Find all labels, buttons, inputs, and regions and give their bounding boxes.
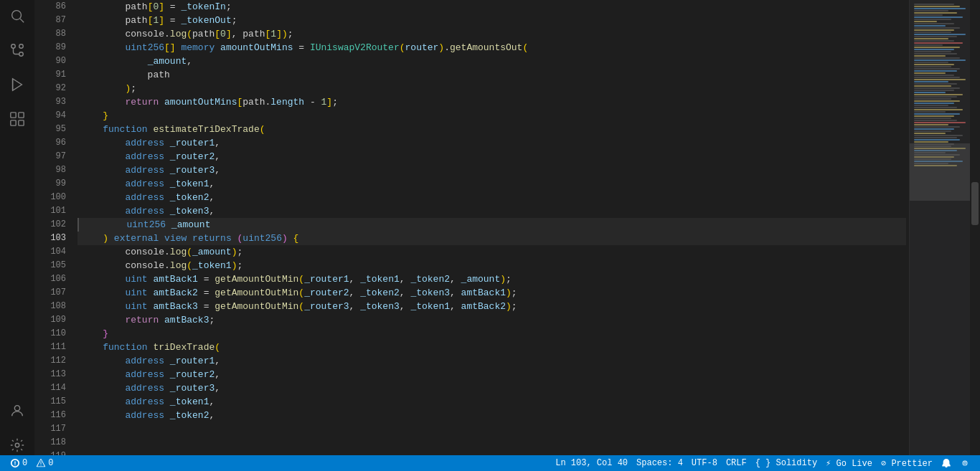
error-count[interactable]: 0: [6, 458, 32, 468]
code-line-112: }: [77, 327, 906, 341]
warning-count-label: 0: [48, 458, 53, 468]
cursor-position[interactable]: Ln 103, Col 40: [551, 458, 632, 468]
code-line-100: address _token1,: [77, 177, 906, 191]
svg-point-4: [19, 44, 24, 49]
code-editor[interactable]: 86 87 88 89 90 91 92 93 94 95 96 97 98 9…: [34, 0, 980, 455]
go-live-label: ⚡ Go Live: [826, 458, 872, 469]
code-line-115: address _router1,: [77, 354, 906, 368]
warning-icon: [36, 458, 46, 468]
notifications-icon[interactable]: [937, 458, 956, 468]
svg-point-2: [11, 44, 16, 49]
svg-point-12: [15, 443, 19, 447]
error-count-label: 0: [22, 458, 27, 468]
indentation[interactable]: Spaces: 4: [632, 458, 687, 468]
activity-bar: [0, 0, 34, 455]
code-line-94: }: [77, 109, 906, 123]
search-icon[interactable]: [7, 6, 27, 26]
settings-icon[interactable]: [7, 435, 27, 455]
svg-rect-10: [19, 120, 24, 125]
code-line-105: console.log(_amount);: [77, 245, 906, 259]
account-icon[interactable]: [7, 401, 27, 421]
svg-point-11: [14, 406, 19, 411]
editor-container: 86 87 88 89 90 91 92 93 94 95 96 97 98 9…: [0, 0, 980, 455]
go-live-button[interactable]: ⚡ Go Live: [821, 458, 877, 469]
code-line-104: ) external view returns (uint256) {: [77, 232, 906, 245]
code-line-117: address _router3,: [77, 381, 906, 395]
encoding[interactable]: UTF-8: [687, 458, 722, 468]
indentation-label: Spaces: 4: [636, 458, 683, 468]
svg-rect-9: [11, 120, 16, 125]
broadcast-icon[interactable]: [956, 458, 974, 468]
code-line-88: console.log(path[0], path[1]);: [77, 27, 906, 41]
line-ending-label: CRLF: [726, 458, 747, 468]
run-debug-icon[interactable]: [7, 75, 27, 95]
svg-line-1: [20, 19, 24, 22]
code-line-106: console.log(_token1);: [77, 259, 906, 272]
code-line-110: uint amtBack3 = getAmountOutMin(_router3…: [77, 300, 906, 313]
code-line-98: address _router2,: [77, 150, 906, 163]
scrollbar-thumb[interactable]: [971, 182, 979, 225]
code-line-101: address _token2,: [77, 191, 906, 204]
code-line-90: _amount,: [77, 54, 906, 68]
code-line-92: );: [77, 82, 906, 95]
svg-rect-7: [11, 113, 16, 118]
svg-rect-8: [19, 113, 24, 118]
code-line-107: uint amtBack1 = getAmountOutMin(_router1…: [77, 272, 906, 286]
extensions-icon[interactable]: [7, 109, 27, 129]
code-line-116: address _router2,: [77, 368, 906, 381]
code-line-96: function estimateTriDexTrade(: [77, 123, 906, 136]
code-content[interactable]: path[0] = _tokenIn; path[1] = _tokenOut;…: [77, 0, 909, 455]
code-line-109: uint amtBack2 = getAmountOutMin(_router2…: [77, 286, 906, 300]
code-line-119: address _token2,: [77, 409, 906, 422]
prettier-button[interactable]: ⊘ Prettier: [877, 458, 937, 469]
error-icon: [10, 458, 20, 468]
language-mode[interactable]: { } Solidity: [751, 458, 821, 468]
svg-marker-5: [13, 79, 22, 91]
cursor-position-label: Ln 103, Col 40: [555, 458, 628, 468]
svg-point-0: [12, 11, 22, 20]
code-line-118: address _token1,: [77, 395, 906, 409]
code-line-86: path[0] = _tokenIn;: [77, 0, 906, 14]
code-line-87: path[1] = _tokenOut;: [77, 14, 906, 27]
status-bar: 0 0 Ln 103, Col 40 Spaces: 4 UTF-8 CRLF …: [0, 455, 980, 471]
minimap-canvas: [910, 0, 970, 455]
vertical-scrollbar[interactable]: [970, 0, 980, 455]
svg-point-3: [19, 52, 24, 57]
code-line-93: return amountOutMins[path.length - 1];: [77, 95, 906, 109]
line-numbers: 86 87 88 89 90 91 92 93 94 95 96 97 98 9…: [34, 0, 77, 455]
code-line-99: address _router3,: [77, 163, 906, 177]
source-control-icon[interactable]: [7, 40, 27, 60]
code-line-91: path: [77, 68, 906, 82]
code-line-89: uint256[] memory amountOutMins = IUniswa…: [77, 41, 906, 54]
code-line-97: address _router1,: [77, 136, 906, 150]
warning-count[interactable]: 0: [32, 458, 57, 468]
minimap[interactable]: [909, 0, 970, 455]
code-line-114: function triDexTrade(: [77, 341, 906, 354]
line-ending[interactable]: CRLF: [722, 458, 751, 468]
code-line-102: address _token3,: [77, 204, 906, 218]
code-line-111: return amtBack3;: [77, 313, 906, 327]
minimap-viewport-indicator: [910, 143, 970, 201]
prettier-label: ⊘ Prettier: [881, 458, 933, 469]
code-line-103: uint256 _amount: [77, 218, 906, 232]
encoding-label: UTF-8: [692, 458, 717, 468]
language-label: { } Solidity: [755, 458, 817, 468]
